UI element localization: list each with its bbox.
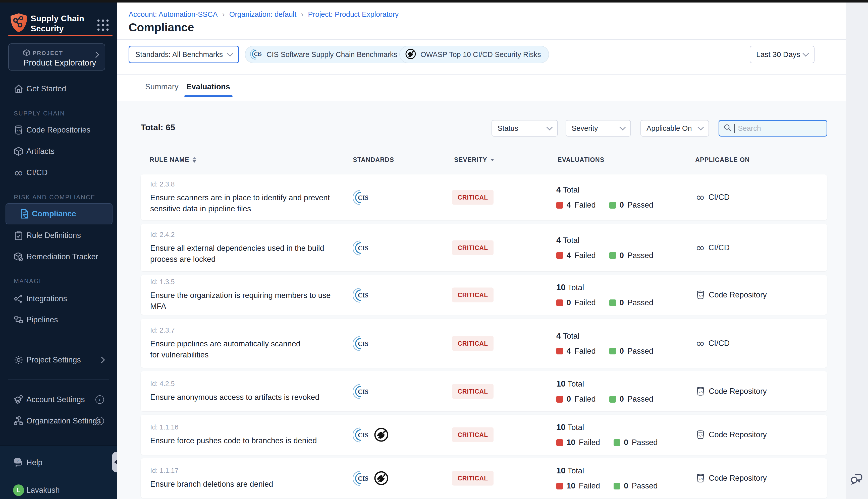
sidebar-item-account-settings[interactable]: Account Settings i	[0, 391, 117, 409]
support-chat-icon[interactable]	[850, 471, 864, 486]
failed-indicator	[556, 202, 563, 209]
svg-text:CIS: CIS	[358, 194, 369, 201]
text-caret	[734, 124, 735, 133]
code-repository-icon: </>	[696, 430, 705, 439]
app-switcher-grid-icon[interactable]	[96, 18, 110, 33]
project-label: PROJECT	[33, 50, 63, 57]
search-icon	[723, 123, 732, 133]
column-standards: STANDARDS	[353, 156, 394, 163]
svg-text:CIS: CIS	[358, 388, 369, 395]
rule-cell: Id: 2.3.7 Ensure pipelines are automatic…	[150, 326, 349, 360]
search-input[interactable]	[737, 124, 821, 133]
evaluations-panel: Total: 65 Status Severity Applicable On …	[117, 101, 846, 499]
section-label-risk-compliance: RISK AND COMPLIANCE	[14, 194, 95, 201]
standards-cell: CIS	[353, 426, 389, 443]
project-name: Product Exploratory	[23, 58, 96, 68]
standards-select[interactable]: Standards: All Benchmarks	[129, 46, 239, 63]
chevron-down-icon	[227, 50, 233, 57]
infinity-icon: ∞	[696, 194, 705, 201]
breadcrumb-organization[interactable]: Organization: default	[229, 10, 297, 19]
project-selector[interactable]: PROJECT Product Exploratory	[8, 44, 105, 71]
gear-icon	[13, 354, 24, 365]
severity-badge: CRITICAL	[452, 427, 494, 442]
active-tab-underline	[184, 95, 232, 97]
search-box[interactable]	[719, 120, 827, 136]
severity-filter[interactable]: Severity	[566, 120, 631, 136]
sidebar-item-rule-definitions[interactable]: Rule Definitions	[0, 227, 117, 244]
package-icon	[23, 49, 31, 58]
help-chat-icon: ?	[13, 457, 24, 468]
evaluations-cell: 4 Total 4Failed 0Passed	[556, 235, 653, 260]
passed-indicator	[609, 396, 616, 403]
table-row[interactable]: Id: 1.1.17 Ensure branch deletions are d…	[141, 458, 827, 498]
breadcrumb-project[interactable]: Project: Product Exploratory	[308, 10, 399, 19]
rule-name: Ensure branch deletions are denied	[150, 479, 349, 490]
column-severity[interactable]: SEVERITY	[454, 156, 494, 163]
chip-owasp[interactable]: OWASP Top 10 CI/CD Security Risks	[399, 46, 549, 63]
svg-text:CIS: CIS	[358, 340, 369, 347]
table-row[interactable]: Id: 2.4.2 Ensure all external dependenci…	[141, 224, 827, 271]
brand-divider	[8, 35, 112, 36]
breadcrumb-account[interactable]: Account: Automation-SSCA	[129, 10, 218, 19]
total-count: Total: 65	[141, 122, 175, 132]
rule-cell: Id: 1.1.17 Ensure branch deletions are d…	[150, 467, 349, 490]
column-rule-name[interactable]: RULE NAME	[150, 156, 196, 163]
cis-logo-icon: CIS	[353, 383, 370, 400]
info-icon[interactable]: i	[95, 417, 104, 425]
app-logo-shield-icon	[10, 13, 28, 34]
tab-summary[interactable]: Summary	[145, 82, 179, 92]
sidebar-item-pipelines[interactable]: Pipelines	[0, 311, 117, 329]
standards-cell: CIS	[353, 189, 370, 206]
sidebar-item-get-started[interactable]: Get Started	[0, 80, 117, 98]
table-row[interactable]: Id: 1.3.5 Ensure the organization is req…	[141, 275, 827, 315]
applicable-cell: </> Code Repository	[696, 473, 767, 483]
sidebar-item-help[interactable]: ? Help	[0, 453, 117, 472]
sidebar-item-remediation-tracker[interactable]: Remediation Tracker	[0, 248, 117, 266]
sidebar-item-integrations[interactable]: Integrations	[0, 290, 117, 308]
chip-cis-benchmark[interactable]: CIS CIS Software Supply Chain Benchmarks…	[245, 46, 418, 63]
table-row[interactable]: Id: 1.1.16 Ensure force pushes code to b…	[141, 415, 827, 455]
remediation-box-icon	[13, 251, 24, 262]
sidebar-item-cicd[interactable]: ∞ CI/CD	[0, 164, 117, 182]
applicable-cell: </> Code Repository	[696, 290, 767, 300]
sidebar-user[interactable]: L Lavakush	[0, 481, 117, 499]
svg-text:CIS: CIS	[358, 475, 369, 482]
svg-text:?: ?	[16, 459, 19, 463]
rule-name: Ensure all external dependencies used in…	[150, 242, 349, 265]
sort-desc-icon[interactable]	[490, 159, 494, 161]
chevron-down-icon	[803, 50, 809, 57]
infinity-icon: ∞	[696, 244, 705, 252]
artifact-box-icon	[13, 146, 24, 157]
page-gutter	[846, 2, 868, 499]
applicable-cell: ∞CI/CD	[696, 243, 730, 252]
evaluations-cell: 4 Total 4Failed 0Passed	[556, 185, 653, 210]
applicable-on-filter[interactable]: Applicable On	[640, 120, 709, 136]
severity-badge: CRITICAL	[452, 288, 494, 303]
sidebar-item-project-settings[interactable]: Project Settings	[0, 351, 117, 369]
column-applicable-on: APPLICABLE ON	[695, 156, 750, 163]
chevron-down-icon	[546, 124, 553, 130]
tab-evaluations[interactable]: Evaluations	[186, 82, 230, 92]
sort-icon[interactable]	[192, 157, 196, 163]
sidebar-item-compliance[interactable]: Compliance	[5, 203, 112, 224]
table-row[interactable]: Id: 4.2.5 Ensure anonymous access to art…	[141, 371, 827, 411]
evaluations-cell: 10 Total 0Failed 0Passed	[556, 379, 653, 404]
page-title: Compliance	[129, 21, 194, 34]
integrations-icon	[13, 293, 24, 304]
rule-cell: Id: 2.4.2 Ensure all external dependenci…	[150, 231, 349, 265]
owasp-logo-icon	[405, 48, 417, 61]
sidebar-item-code-repositories[interactable]: </> Code Repositories	[0, 121, 117, 139]
sidebar-item-artifacts[interactable]: Artifacts	[0, 142, 117, 160]
table-row[interactable]: Id: 2.3.7 Ensure pipelines are automatic…	[141, 319, 827, 368]
status-filter[interactable]: Status	[492, 120, 558, 136]
table-row[interactable]: Id: 2.3.8 Ensure scanners are in place t…	[141, 174, 827, 220]
info-icon[interactable]: i	[95, 395, 104, 404]
cis-logo-icon: CIS	[353, 287, 370, 303]
cis-logo-icon: CIS	[353, 470, 370, 486]
org-gear-icon	[13, 415, 24, 426]
rule-name: Ensure force pushes code to branches is …	[150, 435, 349, 446]
rule-cell: Id: 2.3.8 Ensure scanners are in place t…	[150, 181, 349, 214]
date-range-select[interactable]: Last 30 Days	[750, 46, 815, 63]
sidebar-item-organization-settings[interactable]: Organization Settings i	[0, 412, 117, 430]
standards-cell: CIS	[353, 335, 370, 352]
